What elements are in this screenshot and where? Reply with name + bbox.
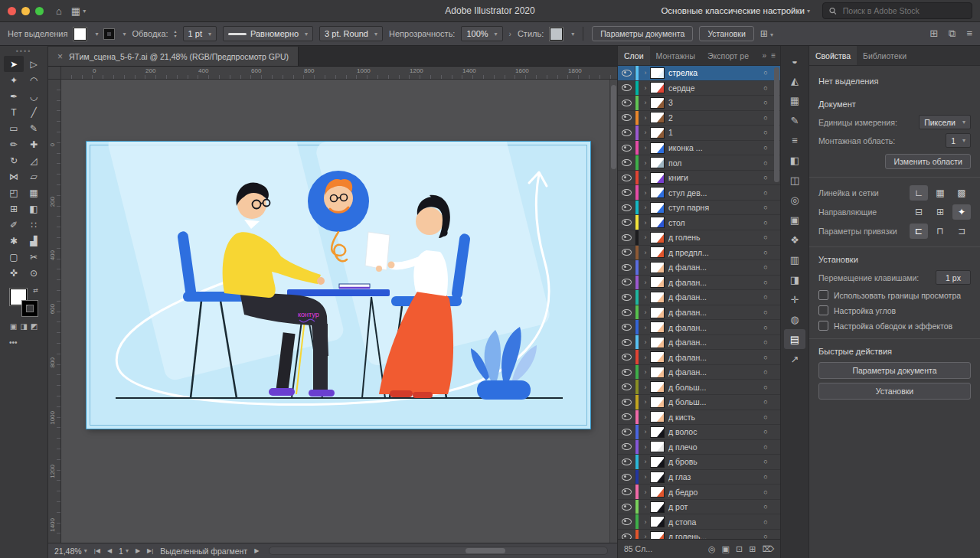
lock-guides-icon[interactable]: ⊞ bbox=[931, 204, 949, 220]
layer-target-icon[interactable]: ○ bbox=[760, 99, 771, 106]
stroke-swatch[interactable] bbox=[104, 29, 114, 39]
tool-line-segment-icon[interactable]: ╱ bbox=[24, 104, 44, 120]
layer-target-icon[interactable]: ○ bbox=[760, 293, 771, 301]
tool-zoom-icon[interactable]: ⊙ bbox=[24, 265, 44, 281]
opacity-dropdown[interactable]: 100%▾ bbox=[461, 26, 502, 41]
layer-target-icon[interactable]: ○ bbox=[760, 398, 771, 406]
tool-type-icon[interactable]: T bbox=[4, 104, 24, 120]
layer-row[interactable]: ›д больш...○ bbox=[618, 395, 780, 410]
stroke-color-swatch[interactable] bbox=[22, 301, 38, 316]
layer-row[interactable]: ›д фалан...○ bbox=[618, 290, 780, 305]
layer-row[interactable]: ›сердце○ bbox=[618, 81, 780, 96]
tool-symbol-sprayer-icon[interactable]: ✱ bbox=[4, 233, 24, 249]
layer-row[interactable]: ›стол○ bbox=[618, 215, 780, 230]
layer-target-icon[interactable]: ○ bbox=[760, 324, 771, 331]
layer-expand-chevron[interactable]: › bbox=[641, 368, 650, 376]
locate-object-icon[interactable]: ◎ bbox=[708, 544, 716, 554]
tool-shape-builder-icon[interactable]: ◰ bbox=[4, 184, 24, 201]
layer-name[interactable]: книги bbox=[668, 173, 760, 182]
keyboard-increment-input[interactable]: 1 px bbox=[936, 270, 971, 285]
layer-row[interactable]: ›д голень○ bbox=[618, 230, 780, 246]
ruler-origin-corner[interactable] bbox=[48, 67, 61, 80]
layer-name[interactable]: д больш... bbox=[668, 397, 760, 406]
layer-target-icon[interactable]: ○ bbox=[760, 189, 771, 197]
layer-visibility-toggle[interactable] bbox=[618, 260, 635, 275]
layer-row[interactable]: ›д голень...○ bbox=[618, 530, 780, 539]
layer-expand-chevron[interactable]: › bbox=[641, 219, 650, 227]
layer-row[interactable]: ›иконка ...○ bbox=[618, 141, 780, 156]
layer-name[interactable]: д больш... bbox=[668, 383, 760, 392]
layer-expand-chevron[interactable]: › bbox=[641, 84, 650, 92]
layer-row[interactable]: ›д глаз○ bbox=[618, 470, 780, 485]
layer-expand-chevron[interactable]: › bbox=[641, 488, 650, 496]
document-setup-button[interactable]: Параметры документа bbox=[592, 26, 693, 41]
layer-row[interactable]: ›д больш...○ bbox=[618, 380, 780, 395]
tool-paintbrush-icon[interactable]: ✎ bbox=[24, 120, 44, 136]
layer-visibility-toggle[interactable] bbox=[618, 470, 635, 485]
delete-selection-icon[interactable]: ⌦ bbox=[762, 544, 774, 554]
layer-expand-chevron[interactable]: › bbox=[641, 233, 650, 241]
layer-visibility-toggle[interactable] bbox=[618, 141, 635, 155]
panel-transparency-icon[interactable]: ◫ bbox=[784, 170, 805, 190]
layer-target-icon[interactable]: ○ bbox=[760, 518, 771, 526]
tool-selection-icon[interactable]: ➤ bbox=[4, 56, 24, 72]
layer-row[interactable]: ›д фалан...○ bbox=[618, 335, 780, 351]
opacity-panel-arrow[interactable]: › bbox=[509, 30, 511, 38]
layer-target-icon[interactable]: ○ bbox=[760, 279, 771, 286]
stock-search-field[interactable] bbox=[822, 2, 972, 19]
layer-visibility-toggle[interactable] bbox=[618, 455, 635, 469]
swap-fill-stroke-icon[interactable]: ⇄ bbox=[33, 287, 38, 294]
horizontal-scrollbar[interactable] bbox=[269, 547, 608, 555]
layer-row[interactable]: ›д фалан...○ bbox=[618, 320, 780, 335]
units-dropdown[interactable]: Пиксели▾ bbox=[919, 115, 971, 129]
tool-scale-icon[interactable]: ◿ bbox=[24, 152, 44, 168]
layer-target-icon[interactable]: ○ bbox=[760, 249, 771, 256]
layer-target-icon[interactable]: ○ bbox=[760, 233, 771, 241]
layer-expand-chevron[interactable]: › bbox=[641, 533, 650, 539]
artboard-dropdown[interactable]: 1▾ bbox=[946, 133, 971, 148]
align-options-icon[interactable]: ⊞▾ bbox=[760, 28, 773, 39]
arrange-documents-icon[interactable]: ▦▾ bbox=[71, 5, 86, 17]
canvas[interactable]: контур bbox=[60, 79, 610, 543]
fill-swatch[interactable] bbox=[74, 28, 87, 41]
layer-name[interactable]: д фалан... bbox=[668, 308, 760, 317]
stroke-weight-stepper[interactable]: ▴▾ bbox=[175, 29, 177, 38]
layer-name[interactable]: д фалан... bbox=[668, 353, 760, 362]
transparency-grid-icon[interactable]: ▩ bbox=[952, 185, 971, 201]
panel-asset-export-icon[interactable]: ↗ bbox=[784, 349, 805, 369]
layer-expand-chevron[interactable]: › bbox=[641, 293, 650, 301]
new-sublayer-icon[interactable]: ⊡ bbox=[736, 544, 743, 554]
brush-dropdown[interactable]: 3 pt. Round▾ bbox=[319, 26, 383, 41]
layer-expand-chevron[interactable]: › bbox=[641, 473, 650, 481]
layer-visibility-toggle[interactable] bbox=[618, 485, 635, 499]
tool-rotate-icon[interactable]: ↻ bbox=[4, 152, 24, 168]
tool-magic-wand-icon[interactable]: ✦ bbox=[4, 72, 24, 88]
layer-target-icon[interactable]: ○ bbox=[760, 308, 771, 316]
artboard[interactable]: контур bbox=[87, 142, 590, 429]
tab-overflow-icon[interactable]: » bbox=[763, 51, 767, 60]
layer-name[interactable]: д рот bbox=[668, 502, 760, 511]
layer-target-icon[interactable]: ○ bbox=[760, 144, 771, 152]
layer-name[interactable]: иконка ... bbox=[668, 143, 760, 152]
layer-target-icon[interactable]: ○ bbox=[760, 338, 771, 346]
layer-name[interactable]: д волос bbox=[668, 427, 760, 436]
layer-name[interactable]: д голень bbox=[668, 233, 760, 242]
layer-target-icon[interactable]: ○ bbox=[760, 114, 771, 122]
tool-shaper-icon[interactable]: ✚ bbox=[24, 136, 44, 152]
toolbar-grip[interactable]: •••• bbox=[16, 48, 32, 54]
layer-visibility-toggle[interactable] bbox=[618, 185, 635, 200]
checkbox[interactable] bbox=[818, 305, 828, 315]
layer-name[interactable]: д голень... bbox=[668, 532, 760, 539]
edit-artboards-button[interactable]: Изменить области bbox=[885, 154, 971, 169]
layer-target-icon[interactable]: ○ bbox=[760, 458, 771, 465]
layer-target-icon[interactable]: ○ bbox=[760, 443, 771, 451]
tool-artboard-icon[interactable]: ▢ bbox=[4, 249, 24, 265]
snap-to-grid-icon[interactable]: ⊓ bbox=[931, 224, 949, 239]
layer-expand-chevron[interactable]: › bbox=[641, 174, 650, 181]
clipping-mask-icon[interactable]: ▣ bbox=[722, 544, 730, 554]
panel-swatches-icon[interactable]: ▦ bbox=[784, 90, 805, 110]
layer-name[interactable]: д фалан... bbox=[668, 338, 760, 347]
layer-visibility-toggle[interactable] bbox=[618, 126, 635, 140]
tool-direct-selection-icon[interactable]: ▷ bbox=[24, 56, 44, 72]
layer-expand-chevron[interactable]: › bbox=[641, 129, 650, 136]
